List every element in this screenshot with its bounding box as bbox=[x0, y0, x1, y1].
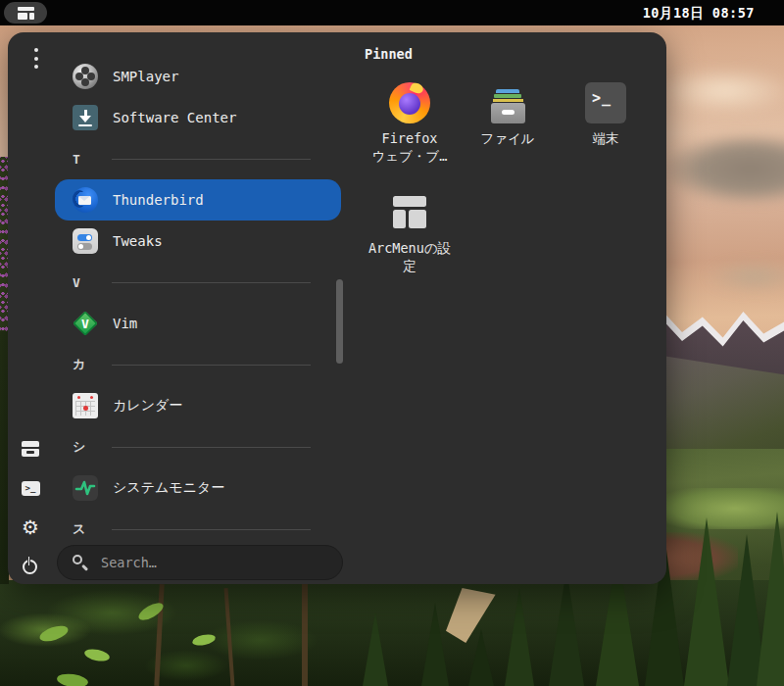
section-divider bbox=[112, 159, 311, 160]
section-divider bbox=[112, 447, 311, 448]
section-divider bbox=[112, 282, 311, 283]
system-monitor-icon bbox=[73, 475, 98, 501]
section-letter: T bbox=[73, 152, 98, 167]
power-button[interactable] bbox=[16, 552, 45, 581]
section-letter: カ bbox=[73, 356, 98, 373]
pinned-header: Pinned bbox=[365, 46, 413, 62]
settings-button[interactable]: ⚙ bbox=[16, 513, 45, 542]
app-label: システムモニター bbox=[113, 479, 224, 497]
app-label: カレンダー bbox=[113, 397, 182, 415]
file-drawer-icon bbox=[22, 441, 39, 457]
pinned-item-arcmenu-settings[interactable]: ArcMenuの設定 bbox=[361, 185, 459, 295]
app-label: Thunderbird bbox=[113, 192, 204, 208]
meadow-shape bbox=[662, 488, 784, 529]
trunk-shape bbox=[302, 584, 308, 686]
section-header-su: ス bbox=[55, 509, 345, 550]
pinned-label: Firefoxウェブ・ブ… bbox=[372, 130, 448, 166]
arcmenu-icon bbox=[18, 7, 34, 20]
arcmenu-panel-button[interactable] bbox=[4, 2, 47, 24]
thunderbird-icon bbox=[73, 187, 98, 213]
search-input[interactable] bbox=[99, 554, 315, 571]
pinned-item-firefox[interactable]: Firefoxウェブ・ブ… bbox=[361, 75, 459, 185]
smplayer-icon bbox=[73, 64, 98, 89]
app-list: SMPlayer Software Center T Thunderbird T… bbox=[55, 56, 345, 550]
pinned-label: 端末 bbox=[593, 130, 619, 148]
section-header-shi: シ bbox=[55, 426, 345, 467]
software-center-icon bbox=[73, 105, 98, 130]
terminal-icon: >_ bbox=[22, 481, 40, 496]
search-icon bbox=[72, 554, 89, 571]
app-item-system-monitor[interactable]: システムモニター bbox=[55, 467, 341, 509]
app-item-smplayer[interactable]: SMPlayer bbox=[55, 56, 341, 97]
scrollbar-thumb[interactable] bbox=[336, 279, 343, 364]
app-label: Tweaks bbox=[113, 233, 163, 249]
pinned-label: ArcMenuの設定 bbox=[368, 240, 451, 275]
clock[interactable]: 10月18日 08:57 bbox=[643, 0, 755, 25]
section-header-t: T bbox=[55, 138, 345, 179]
app-item-calendar[interactable]: カレンダー bbox=[55, 385, 341, 426]
pinned-grid: Firefoxウェブ・ブ… ファイル >_ 端末 bbox=[361, 75, 660, 295]
app-item-software-center[interactable]: Software Center bbox=[55, 97, 341, 138]
section-header-ka: カ bbox=[55, 344, 345, 385]
section-letter: ス bbox=[73, 520, 98, 538]
arcmenu-popup: >_ ⚙ SMPlayer Software Center T bbox=[8, 32, 666, 584]
top-panel: 10月18日 08:57 bbox=[0, 0, 784, 25]
section-letter: シ bbox=[73, 438, 98, 456]
tweaks-icon bbox=[73, 228, 98, 254]
files-icon bbox=[487, 82, 528, 123]
firefox-icon bbox=[389, 82, 430, 123]
app-item-thunderbird[interactable]: Thunderbird bbox=[55, 179, 341, 220]
desktop: 10月18日 08:57 >_ ⚙ SMPlayer bbox=[0, 0, 784, 686]
file-manager-button[interactable] bbox=[16, 434, 45, 464]
vertical-dots-icon bbox=[34, 48, 38, 52]
terminal-icon: >_ bbox=[585, 82, 626, 123]
section-divider bbox=[112, 529, 311, 530]
app-label: Software Center bbox=[113, 110, 236, 125]
arcmenu-settings-icon bbox=[389, 192, 430, 233]
gear-icon: ⚙ bbox=[22, 517, 39, 537]
pinned-item-terminal[interactable]: >_ 端末 bbox=[557, 75, 655, 185]
more-options-button[interactable] bbox=[34, 48, 38, 74]
app-item-tweaks[interactable]: Tweaks bbox=[55, 220, 341, 262]
section-header-v: V bbox=[55, 262, 345, 303]
section-divider bbox=[112, 365, 311, 366]
pinned-label: ファイル bbox=[480, 130, 534, 148]
section-letter: V bbox=[73, 275, 98, 290]
calendar-icon bbox=[73, 393, 98, 418]
terminal-button[interactable]: >_ bbox=[16, 473, 45, 503]
pinned-item-files[interactable]: ファイル bbox=[459, 75, 557, 185]
search-bar[interactable] bbox=[57, 545, 343, 580]
app-label: SMPlayer bbox=[113, 69, 178, 84]
power-icon bbox=[21, 557, 40, 576]
app-item-vim[interactable]: V Vim bbox=[55, 303, 341, 344]
vim-icon: V bbox=[73, 311, 98, 336]
app-label: Vim bbox=[113, 316, 137, 331]
cloud-shape bbox=[686, 250, 784, 304]
